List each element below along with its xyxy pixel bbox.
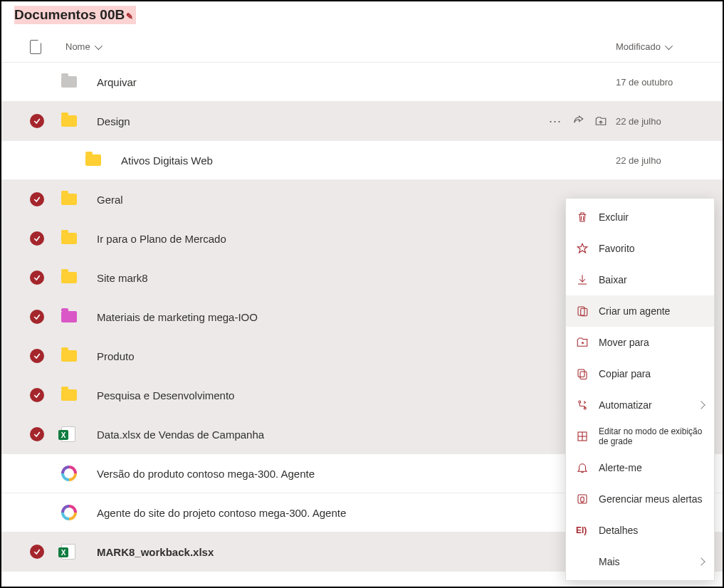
row-select-check[interactable] <box>30 231 44 246</box>
ctx-alerts[interactable]: Gerenciar meus alertas <box>566 483 714 515</box>
flow-icon <box>576 399 589 411</box>
row-select-check[interactable] <box>30 388 44 402</box>
bell-icon <box>576 461 589 474</box>
row-name[interactable]: Design <box>97 115 549 127</box>
row-select-check[interactable] <box>30 271 44 285</box>
ctx-agent[interactable]: Criar um agente <box>566 295 714 327</box>
ctx-label: Criar um agente <box>599 305 670 317</box>
svg-rect-7 <box>578 369 584 377</box>
ctx-automate[interactable]: Automatizar <box>566 389 714 421</box>
svg-point-9 <box>579 401 581 403</box>
header-modified-label: Modificado <box>616 41 661 52</box>
row-name[interactable]: Ir para o Plano de Mercado <box>97 233 594 245</box>
file-row[interactable]: Design···22 de julho <box>1 102 723 141</box>
ctx-label: Editar no modo de exibição de grade <box>599 426 704 446</box>
row-select-check[interactable] <box>30 310 44 324</box>
row-name[interactable]: Materiais de marketing mega-IOO <box>97 311 594 323</box>
chevron-right-icon <box>697 557 705 565</box>
svg-marker-2 <box>577 243 587 253</box>
row-more-actions[interactable]: ··· <box>549 115 562 127</box>
excel-icon <box>61 426 75 442</box>
library-title[interactable]: Documentos 00B✎ <box>14 6 136 24</box>
row-icon <box>61 233 97 244</box>
ctx-download[interactable]: Baixar <box>566 264 714 295</box>
ctx-label: Copiar para <box>599 368 651 379</box>
row-actions: ··· <box>549 115 607 127</box>
row-modified: 17 de outubro <box>616 77 708 88</box>
ctx-alert[interactable]: Alerte-me <box>566 452 714 483</box>
row-name[interactable]: Data.xlsx de Vendas de Campanha <box>97 429 607 441</box>
share-icon[interactable] <box>572 115 584 127</box>
row-icon <box>61 115 97 127</box>
row-name[interactable]: Geral <box>97 194 594 206</box>
row-name[interactable]: Versão do produto contoso mega-300. Agen… <box>97 468 607 480</box>
ctx-delete[interactable]: Excluir <box>566 201 714 233</box>
row-name[interactable]: Pesquisa e Desenvolvimento <box>97 389 594 401</box>
add-shortcut-icon[interactable] <box>594 115 607 127</box>
chevron-down-icon <box>94 41 102 49</box>
chevron-right-icon <box>697 401 705 409</box>
ctx-label: Gerenciar meus alertas <box>599 493 703 505</box>
row-name[interactable]: Site mark8 <box>97 272 594 284</box>
context-menu: ExcluirFavoritoBaixarCriar um agenteMove… <box>565 198 715 581</box>
row-icon <box>61 311 97 322</box>
row-icon <box>61 466 97 481</box>
ctx-label: Excluir <box>599 211 629 223</box>
details-icon: El) <box>576 525 589 535</box>
ctx-details[interactable]: El)Detalhes <box>566 515 714 546</box>
star-icon <box>576 242 589 255</box>
row-icon <box>61 389 97 401</box>
ctx-label: Mover para <box>599 337 649 348</box>
row-select-check[interactable] <box>30 545 44 559</box>
file-type-icon <box>30 40 41 54</box>
folder-icon <box>61 272 77 283</box>
row-select-check[interactable] <box>30 192 44 206</box>
folder-icon <box>61 311 77 322</box>
trash-icon <box>576 211 589 224</box>
row-icon <box>61 194 97 205</box>
folder-arrow-icon <box>576 336 589 349</box>
row-icon <box>61 505 97 520</box>
row-name[interactable]: Agente do site do projeto contoso mega-3… <box>97 507 607 519</box>
app-frame: Documentos 00B✎ Nome Modificado Arquivar… <box>0 0 724 588</box>
ctx-label: Favorito <box>599 243 635 254</box>
folder-icon <box>85 154 101 166</box>
ctx-copy[interactable]: Copiar para <box>566 358 714 389</box>
ctx-grid[interactable]: Editar no modo de exibição de grade <box>566 421 714 452</box>
row-name[interactable]: Ativos Digitais Web <box>121 154 607 167</box>
alerts-icon <box>576 493 589 505</box>
ctx-favorite[interactable]: Favorito <box>566 233 714 264</box>
row-select-check[interactable] <box>30 114 44 128</box>
header-name[interactable]: Nome <box>65 41 616 52</box>
row-name[interactable]: Arquivar <box>97 76 607 88</box>
header-modified[interactable]: Modificado <box>616 41 708 52</box>
ctx-label: Alerte-me <box>599 462 642 473</box>
folder-icon <box>61 233 77 244</box>
ctx-label: Baixar <box>599 274 627 285</box>
ctx-label: Mais <box>599 556 620 567</box>
file-row[interactable]: Ativos Digitais Web22 de julho <box>1 141 723 180</box>
svg-rect-8 <box>580 372 587 379</box>
folder-icon <box>61 389 77 401</box>
folder-icon <box>61 194 77 205</box>
row-select-check[interactable] <box>30 427 44 441</box>
row-icon <box>61 426 97 442</box>
row-name[interactable]: Produto <box>97 350 594 362</box>
ctx-more[interactable]: Mais <box>566 546 714 577</box>
row-select-check[interactable] <box>30 349 44 363</box>
title-edit-caret: ✎ <box>126 11 133 21</box>
ctx-label: Automatizar <box>599 399 652 411</box>
ctx-move[interactable]: Mover para <box>566 327 714 358</box>
header-file-icon[interactable] <box>30 40 65 54</box>
row-modified: 22 de julho <box>616 155 708 166</box>
row-name[interactable]: MARK8_workback.xlsx <box>97 546 607 558</box>
chevron-down-icon <box>665 41 673 49</box>
file-row[interactable]: Arquivar17 de outubro <box>1 63 723 102</box>
agent-icon <box>576 305 589 317</box>
library-title-text: Documentos 00B <box>14 7 125 22</box>
row-icon <box>61 272 97 283</box>
column-header-row: Nome Modificado <box>1 31 723 63</box>
library-title-bar: Documentos 00B✎ <box>1 1 723 31</box>
folder-icon <box>61 76 77 88</box>
row-modified: 22 de julho <box>616 116 708 127</box>
